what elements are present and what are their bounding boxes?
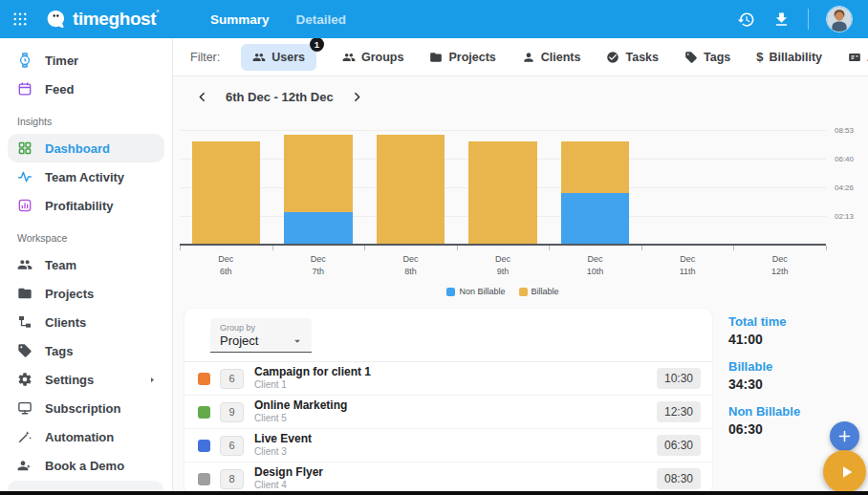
download-icon[interactable]: [772, 11, 791, 29]
history-icon[interactable]: [737, 11, 755, 29]
bar-segment-billable[interactable]: [192, 141, 260, 245]
filter-chip-projects[interactable]: Projects: [429, 51, 495, 64]
sidebar-item-automation[interactable]: Automation: [8, 422, 164, 451]
sidebar-item-settings[interactable]: Settings: [8, 365, 164, 394]
project-row-campaign-for-client-1[interactable]: 6Campaign for client 1Client 110:30: [184, 362, 712, 396]
filter-chip-label: Tags: [704, 51, 730, 64]
sidebar-section-label-insights: Insights: [17, 116, 172, 127]
filter-chip-audit[interactable]: Audit: [848, 51, 868, 64]
tag-icon: [17, 343, 33, 358]
sidebar-item-label: Clients: [45, 315, 86, 330]
bar-segment-non-billable[interactable]: [561, 193, 629, 245]
top-bar: timeghost° SummaryDetailed: [0, 0, 868, 38]
x-axis-tick: [457, 246, 458, 250]
bar-segment-non-billable[interactable]: [284, 212, 352, 245]
top-nav-summary[interactable]: Summary: [210, 12, 270, 27]
prev-week-button[interactable]: [192, 87, 212, 107]
project-row-design-flyer[interactable]: 8Design FlyerClient 408:30: [184, 463, 712, 495]
project-info: Live EventClient 3: [254, 432, 312, 459]
total-value-non-billable: 06:30: [728, 421, 800, 437]
org-chart-icon: [17, 314, 33, 330]
bar-segment-billable[interactable]: [284, 135, 352, 212]
filter-chip-label: Users: [271, 51, 305, 64]
sidebar: TimerFeedInsightsDashboardTeam ActivityP…: [0, 38, 173, 495]
check-circle-icon: [606, 51, 619, 64]
window-bottom-edge: [0, 491, 868, 495]
sidebar-item-label: Dashboard: [45, 141, 110, 156]
sidebar-item-projects[interactable]: Projects: [8, 279, 164, 308]
sidebar-item-tags[interactable]: Tags: [8, 336, 164, 365]
filter-chip-label: Projects: [448, 51, 495, 64]
app-body: TimerFeedInsightsDashboardTeam ActivityP…: [0, 38, 868, 495]
timeghost-app: timeghost° SummaryDetailed TimerFeedInsi…: [0, 0, 868, 495]
bar-stack: [377, 135, 445, 245]
x-tick-label: Dec11th: [641, 253, 734, 278]
entry-count-badge: 6: [220, 369, 244, 389]
filter-chip-tasks[interactable]: Tasks: [606, 51, 659, 64]
sidebar-item-label: Team: [45, 258, 76, 272]
sidebar-item-label: Automation: [45, 430, 114, 444]
sidebar-item-timer[interactable]: Timer: [8, 46, 164, 75]
project-name: Design Flyer: [254, 465, 323, 480]
project-row-live-event[interactable]: 6Live EventClient 306:30: [184, 429, 712, 463]
filter-chip-tags[interactable]: Tags: [684, 51, 730, 64]
sidebar-item-label: Feed: [45, 82, 74, 97]
sidebar-item-label: Subscription: [45, 401, 120, 416]
chart-x-axis: Dec6thDec7thDec8thDec9thDec10thDec11thDe…: [180, 245, 826, 278]
sidebar-bottom-card: [8, 481, 163, 491]
sidebar-item-team[interactable]: Team: [8, 250, 164, 279]
stopwatch-icon: [17, 53, 33, 68]
top-right-actions: [737, 6, 853, 32]
filter-chip-users[interactable]: Users1: [241, 44, 316, 71]
user-avatar[interactable]: [826, 6, 853, 32]
start-timer-button[interactable]: [823, 450, 866, 493]
chart-column-dec-6th: [180, 130, 272, 245]
sidebar-item-profitability[interactable]: Profitability: [8, 191, 164, 220]
sidebar-item-label: Projects: [45, 287, 94, 301]
project-row-online-marketing[interactable]: 9Online MarketingClient 512:30: [184, 396, 712, 429]
x-tick-label: Dec9th: [457, 253, 550, 278]
bar-segment-billable[interactable]: [377, 135, 445, 245]
header-divider: [808, 9, 809, 30]
apps-grid-icon[interactable]: [11, 11, 29, 28]
filter-chip-groups[interactable]: Groups: [342, 51, 403, 64]
sidebar-item-book-a-demo[interactable]: Book a Demo: [8, 451, 164, 480]
legend-item-billable[interactable]: Billable: [519, 287, 559, 296]
bar-segment-billable[interactable]: [468, 141, 536, 245]
y-tick-label: 04:26: [835, 183, 854, 192]
dollar-icon: $: [756, 51, 763, 64]
bar-segment-billable[interactable]: [561, 141, 629, 193]
group-by-select[interactable]: Group by Project: [210, 318, 312, 353]
sidebar-item-subscription[interactable]: Subscription: [8, 394, 164, 422]
filter-chip-clients[interactable]: Clients: [522, 51, 581, 64]
x-axis-tick: [826, 246, 827, 250]
sidebar-item-feed[interactable]: Feed: [8, 75, 164, 103]
sidebar-item-team-activity[interactable]: Team Activity: [8, 162, 164, 191]
audit-card-icon: [848, 51, 861, 64]
folder-icon: [17, 286, 33, 301]
add-time-entry-button[interactable]: [830, 421, 859, 451]
brand-name: timeghost°: [73, 9, 159, 30]
next-week-button[interactable]: [347, 87, 367, 107]
filter-chip-billability[interactable]: $Billability: [756, 51, 822, 64]
folder-icon: [429, 51, 443, 64]
chart-plot-area: 08:5306:4004:2602:13: [180, 130, 826, 245]
project-info: Campaign for client 1Client 1: [254, 365, 371, 392]
project-time-badge: 08:30: [657, 468, 701, 489]
sidebar-item-dashboard[interactable]: Dashboard: [8, 134, 164, 162]
project-color-swatch: [198, 473, 210, 485]
date-range-label: 6th Dec - 12th Dec: [226, 90, 334, 104]
legend-item-non-billable[interactable]: Non Billable: [446, 287, 505, 296]
chart-column-dec-9th: [457, 130, 550, 245]
chart-columns: [180, 130, 826, 245]
filter-count-badge: 1: [310, 37, 324, 52]
x-tick-label: Dec8th: [364, 253, 457, 278]
sidebar-item-clients[interactable]: Clients: [8, 308, 164, 336]
chevron-down-icon: [291, 334, 304, 348]
dashboard-grid-icon: [17, 140, 33, 156]
total-value-total-time: 41:00: [728, 332, 800, 347]
top-nav-detailed[interactable]: Detailed: [296, 12, 347, 27]
activity-pulse-icon: [17, 169, 33, 184]
y-tick-label: 02:13: [835, 212, 854, 221]
x-axis-tick: [549, 246, 550, 250]
